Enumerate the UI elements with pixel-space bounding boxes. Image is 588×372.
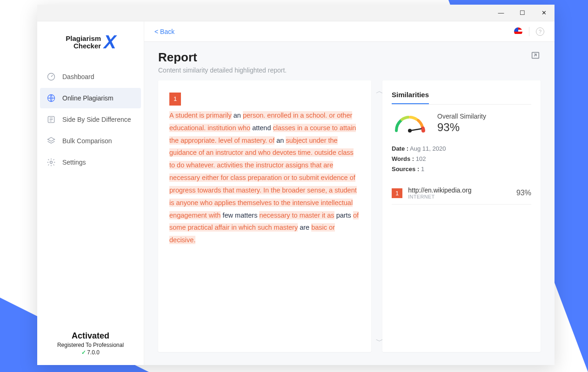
topbar: < Back ? (144, 21, 555, 42)
scroll-up-button[interactable]: ︿ (376, 84, 383, 98)
plain-text: an (274, 137, 286, 144)
source-badge: 1 (169, 93, 181, 106)
highlighted-text: A student is primarily (169, 111, 232, 120)
titlebar: — ☐ ✕ (37, 5, 555, 21)
gauge-icon (392, 112, 428, 134)
main: < Back ? Report Content similarity detai… (144, 21, 555, 365)
gauge-icon (47, 72, 56, 81)
activation-subtitle: Registered To Professional (42, 342, 139, 348)
overall-label: Overall Similarity (437, 113, 486, 120)
plain-text: few matters (220, 212, 259, 219)
activation-version: ✓7.0.0 (42, 349, 139, 356)
gear-icon (47, 158, 56, 167)
source-type: INTERNET (408, 194, 511, 199)
sidebar-item-bulk-comparison[interactable]: Bulk Comparison (40, 131, 141, 151)
sidebar-item-settings[interactable]: Settings (40, 152, 141, 173)
meta-words: 102 (416, 155, 426, 162)
help-button[interactable]: ? (536, 27, 544, 36)
similarities-title: Similarities (392, 91, 429, 104)
logo-x-icon: X (104, 32, 115, 53)
app-logo: PlagiarismChecker X (37, 21, 144, 66)
logo-line1: Plagiarism (66, 34, 101, 42)
back-button[interactable]: < Back (154, 28, 174, 35)
source-row[interactable]: 1 http://en.wikipedia.org INTERNET 93% (392, 182, 531, 205)
check-icon: ✓ (81, 349, 86, 356)
report-body: A student is primarily an person. enroll… (169, 111, 359, 244)
layers-icon (47, 136, 56, 146)
overall-percentage: 93% (437, 121, 486, 134)
sidebar-item-label: Bulk Comparison (62, 137, 112, 145)
export-button[interactable] (530, 50, 541, 62)
divider (529, 27, 529, 36)
app-window: — ☐ ✕ PlagiarismChecker X Dashboard Onli… (37, 5, 555, 365)
page-subtitle: Content similarity detailed highlighted … (158, 66, 287, 74)
language-flag-icon[interactable] (514, 27, 522, 36)
minimize-button[interactable]: — (490, 5, 512, 21)
svg-point-3 (50, 161, 53, 164)
columns-icon (47, 115, 56, 124)
sidebar-item-online-plagiarism[interactable]: Online Plagiarism (40, 88, 141, 108)
sidebar-item-side-by-side[interactable]: Side By Side Difference (40, 109, 141, 130)
page-header: Report Content similarity detailed highl… (144, 42, 555, 80)
scroll-down-button[interactable]: ﹀ (376, 334, 383, 348)
activation-title: Activated (42, 331, 139, 341)
sidebar-item-dashboard[interactable]: Dashboard (40, 66, 141, 87)
plain-text: an (232, 112, 243, 119)
plain-text: are (298, 224, 311, 231)
svg-line-6 (410, 129, 421, 131)
activation-status: Activated Registered To Professional ✓7.… (37, 322, 144, 365)
report-meta: Date : Aug 11, 2020 Words : 102 Sources … (392, 144, 531, 174)
similarities-panel: Similarities (382, 80, 541, 352)
meta-sources: 1 (421, 166, 424, 173)
highlighted-text: subject under the guidance of an instruc… (169, 136, 357, 219)
overall-similarity: Overall Similarity 93% (392, 112, 531, 134)
plain-text: parts (334, 212, 353, 219)
sidebar-item-label: Online Plagiarism (62, 94, 114, 102)
page-title: Report (158, 50, 287, 65)
maximize-button[interactable]: ☐ (512, 5, 533, 21)
source-badge: 1 (392, 188, 402, 198)
logo-line2: Checker (74, 42, 101, 50)
sidebar-item-label: Side By Side Difference (62, 116, 131, 123)
source-url: http://en.wikipedia.org (408, 186, 511, 194)
close-button[interactable]: ✕ (533, 5, 555, 21)
report-text-card: ︿ 1 A student is primarily an person. en… (158, 80, 371, 352)
source-percentage: 93% (516, 189, 531, 197)
sidebar: PlagiarismChecker X Dashboard Online Pla… (37, 21, 144, 365)
plain-text: attend (250, 124, 273, 132)
sidebar-item-label: Dashboard (62, 73, 94, 80)
meta-date: Aug 11, 2020 (410, 145, 446, 152)
highlighted-text: necessary to master it as (259, 211, 334, 219)
globe-icon (47, 93, 56, 103)
nav: Dashboard Online Plagiarism Side By Side… (37, 66, 144, 173)
sidebar-item-label: Settings (62, 159, 86, 166)
